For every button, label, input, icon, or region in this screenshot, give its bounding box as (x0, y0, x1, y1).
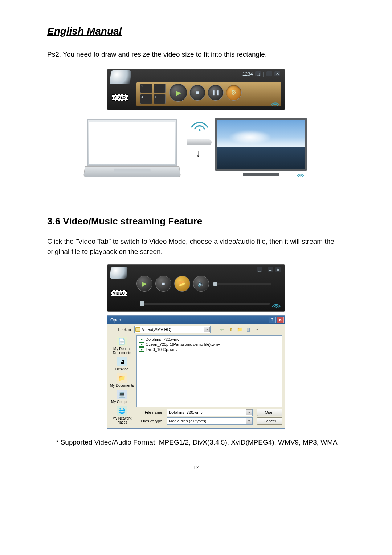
chevron-down-icon[interactable]: ▾ (246, 418, 252, 424)
minimize-icon[interactable]: – (266, 71, 272, 76)
desktop-icon: 🖥 (117, 357, 127, 366)
views-button[interactable]: ▥ (245, 326, 252, 333)
restore-icon[interactable]: ▢ (257, 267, 262, 272)
file-name: Ocean_720p-1(Panasonic demo file).wmv (146, 342, 220, 347)
channel-4[interactable]: 4 (154, 94, 166, 104)
channel-grid: 1 2 3 4 (140, 84, 166, 104)
channel-3[interactable]: 3 (140, 94, 152, 104)
play-button[interactable]: ▶ (136, 276, 152, 292)
documents-icon: 📁 (117, 373, 127, 383)
channel-2[interactable]: 2 (154, 84, 166, 93)
chevron-down-icon[interactable]: ▾ (246, 409, 252, 415)
gear-icon: ⚙ (231, 89, 237, 97)
place-mycomputer[interactable]: 💻 My Computer (108, 390, 136, 404)
list-item[interactable]: Ocean_720p-1(Panasonic demo file).wmv (139, 342, 280, 347)
media-file-icon (139, 342, 144, 347)
seek-slider[interactable] (140, 303, 270, 305)
file-name-label: File name: (136, 410, 165, 414)
computer-icon: 💻 (117, 390, 127, 399)
player-titlebar: 1234 ▢ | – ✕ (242, 71, 280, 77)
place-label: My Documents (110, 384, 134, 388)
place-label: My Network Places (108, 416, 136, 424)
wifi-icon (297, 171, 305, 178)
streaming-diagram: YouTube ↓ (85, 118, 307, 194)
channel-1[interactable]: 1 (140, 84, 152, 93)
video-tab-label[interactable]: VIDEO (111, 290, 127, 296)
file-list[interactable]: Dolphins_720.wmv Ocean_720p-1(Panasonic … (136, 335, 282, 407)
place-label: My Computer (111, 400, 133, 404)
stop-icon: ■ (196, 89, 199, 96)
help-button[interactable]: ? (269, 317, 276, 323)
volume-button[interactable]: 🔈 (193, 276, 209, 292)
intro-text: Ps2. You need to draw and resize the vid… (47, 49, 345, 60)
svg-point-3 (276, 307, 277, 308)
pause-icon: ❚❚ (212, 90, 220, 95)
look-in-label: Look in: (110, 327, 132, 332)
section-text: Click the "Video Tab" to switch to Video… (47, 236, 345, 257)
video-player-figure: ▢ | – ✕ ▶ ■ 📂 🔈 VIDEO (107, 264, 285, 312)
chevron-down-icon[interactable]: ▾ (204, 327, 210, 332)
place-desktop[interactable]: 🖥 Desktop (108, 357, 136, 371)
play-icon: ▶ (142, 280, 147, 288)
folder-icon (135, 327, 140, 332)
svg-point-1 (199, 129, 201, 131)
stop-icon: ■ (162, 280, 165, 287)
restore-icon[interactable]: ▢ (255, 71, 261, 76)
player2-titlebar: ▢ | – ✕ (257, 267, 281, 273)
views-menu-arrow[interactable]: ▾ (253, 326, 261, 333)
page-number: 12 (47, 465, 345, 471)
close-icon[interactable]: ✕ (275, 267, 281, 272)
settings-button[interactable]: ⚙ (226, 85, 242, 101)
network-icon: 🌐 (117, 406, 127, 416)
back-button[interactable]: ⇐ (219, 326, 226, 333)
youtube-logo: YouTube (124, 133, 146, 138)
file-name-input[interactable]: Dolphins_720.wmv ▾ (167, 409, 253, 416)
device-icon (110, 70, 131, 84)
close-button[interactable]: ✕ (277, 317, 284, 323)
device-icon (110, 267, 127, 279)
volume-slider[interactable] (213, 283, 271, 285)
dialog-toolbar: ⇐ ⬆ 📁 ▥ ▾ (219, 326, 261, 333)
player-bar-figure: 1234 ▢ | – ✕ 1 2 3 4 ▶ ■ ❚ (107, 69, 285, 110)
youtube-you: You (125, 133, 133, 138)
play-button[interactable]: ▶ (169, 84, 187, 102)
place-recent[interactable]: 📄 My Recent Documents (108, 337, 136, 355)
up-button[interactable]: ⬆ (227, 326, 234, 333)
list-item[interactable]: Taxi3_1080p.wmv (139, 347, 280, 352)
place-network[interactable]: 🌐 My Network Places (108, 406, 136, 424)
footer-rule (47, 459, 345, 459)
list-item[interactable]: Dolphins_720.wmv (139, 337, 280, 341)
youtube-tube: Tube (133, 133, 146, 138)
play-icon: ▶ (176, 88, 181, 97)
section-heading: 3.6 Video/Music streaming Feature (47, 216, 345, 227)
open-file-button[interactable]: 📂 (174, 276, 190, 292)
open-button[interactable]: Open (257, 409, 282, 416)
speaker-icon: 🔈 (197, 280, 205, 287)
page-header-title: English Manual (47, 25, 345, 37)
pause-button[interactable]: ❚❚ (208, 85, 224, 101)
stop-button[interactable]: ■ (155, 276, 171, 292)
svg-point-0 (275, 106, 276, 107)
cancel-button[interactable]: Cancel (257, 417, 282, 425)
recent-documents-icon: 📄 (117, 337, 127, 346)
close-icon[interactable]: ✕ (274, 71, 280, 76)
place-mydocuments[interactable]: 📁 My Documents (108, 373, 136, 388)
media-file-icon (139, 347, 144, 352)
wifi-signal-icon (191, 118, 209, 132)
new-folder-button[interactable]: 📁 (236, 326, 243, 333)
player-controls: ▶ ■ ❚❚ ⚙ (169, 84, 242, 102)
player-title-text: 1234 (242, 71, 253, 77)
file-name: Taxi3_1080p.wmv (146, 347, 177, 352)
wifi-icon (271, 301, 281, 308)
stop-button[interactable]: ■ (189, 85, 205, 101)
folder-open-icon: 📂 (179, 280, 186, 287)
places-bar: 📄 My Recent Documents 🖥 Desktop 📁 My Doc… (107, 335, 136, 428)
video-tab-label[interactable]: VIDEO (112, 94, 128, 101)
arrow-down-icon: ↓ (196, 147, 201, 159)
media-file-icon (139, 337, 144, 341)
dialog-titlebar: Open ? ✕ (107, 316, 285, 324)
minimize-icon[interactable]: – (268, 267, 273, 272)
file-name-value: Dolphins_720.wmv (169, 410, 203, 414)
file-type-combo[interactable]: Media files (all types) ▾ (167, 417, 253, 425)
look-in-combo[interactable]: Video(WMV HD) ▾ (134, 326, 211, 333)
